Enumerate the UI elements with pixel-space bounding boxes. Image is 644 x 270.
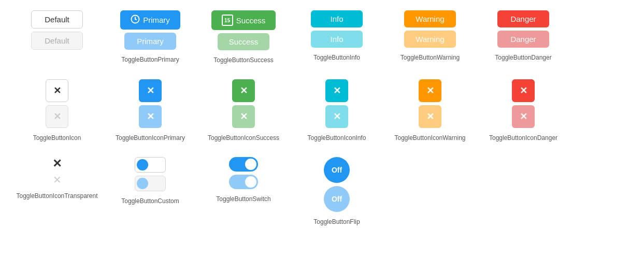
icon-danger-label: ToggleButtonIconDanger: [489, 134, 557, 141]
item-flip: Off Off ToggleButtonFlip: [290, 157, 383, 225]
icon-info-label: ToggleButtonIconInfo: [308, 134, 366, 141]
icon-warning-label: ToggleButtonIconWarning: [395, 134, 466, 141]
item-icon-danger: ✕ ✕ ToggleButtonIconDanger: [477, 79, 570, 141]
transparent-button-disabled: ✕: [53, 174, 62, 186]
info-button-disabled: Info: [311, 31, 363, 48]
x-icon: ✕: [520, 85, 527, 96]
custom-toggle-active[interactable]: [135, 157, 166, 173]
x-icon: ✕: [147, 85, 154, 96]
success-button-label: Success: [236, 16, 266, 25]
x-icon-disabled: ✕: [333, 111, 341, 122]
btn-group-warning: Warning Warning: [404, 10, 456, 48]
btn-group-flip: Off Off: [324, 157, 350, 212]
icon-info-button-disabled: ✕: [325, 105, 348, 128]
transparent-button-active[interactable]: ✕: [52, 157, 62, 170]
item-warning: Warning Warning ToggleButtonWarning: [383, 10, 477, 61]
item-success: 15 Success Success ToggleButtonSuccess: [197, 10, 290, 64]
x-icon: ✕: [333, 85, 341, 96]
btn-group-icon-warning: ✕ ✕: [419, 79, 441, 128]
item-primary: Primary Primary ToggleButtonPrimary: [104, 10, 197, 63]
btn-group-icon-success: ✕ ✕: [232, 79, 255, 128]
x-icon: ✕: [240, 85, 248, 96]
warning-button-disabled: Warning: [404, 31, 456, 48]
primary-button-disabled: Primary: [124, 33, 176, 50]
x-icon-disabled: ✕: [240, 111, 248, 122]
btn-group-info: Info Info: [311, 10, 363, 48]
icon-default-button-disabled: ✕: [46, 105, 68, 128]
btn-group-primary: Primary Primary: [120, 10, 180, 50]
default-button-active[interactable]: Default: [31, 10, 83, 29]
btn-group-danger: Danger Danger: [497, 10, 549, 48]
flip-label: ToggleButtonFlip: [313, 218, 360, 225]
warning-label: ToggleButtonWarning: [400, 54, 460, 61]
x-icon-disabled: ✕: [53, 111, 61, 122]
icon-danger-button-active[interactable]: ✕: [512, 79, 535, 102]
x-icon-disabled: ✕: [53, 174, 62, 186]
item-icon-warning: ✕ ✕ ToggleButtonIconWarning: [383, 79, 477, 141]
custom-toggle-knob-disabled: [137, 178, 148, 189]
info-label: ToggleButtonInfo: [313, 54, 360, 61]
item-info: Info Info ToggleButtonInfo: [290, 10, 383, 61]
custom-label: ToggleButtonCustom: [121, 197, 179, 205]
item-default: Default Default: [10, 10, 104, 50]
x-icon-disabled: ✕: [147, 111, 154, 122]
icon-primary-button-active[interactable]: ✕: [139, 79, 162, 102]
danger-button-active[interactable]: Danger: [497, 10, 549, 27]
success-label: ToggleButtonSuccess: [213, 56, 273, 64]
icon-success-button-active[interactable]: ✕: [232, 79, 255, 102]
primary-button-active[interactable]: Primary: [120, 10, 180, 30]
icon-primary-label: ToggleButtonIconPrimary: [116, 134, 185, 141]
item-switch: ToggleButtonSwitch: [197, 157, 290, 203]
btn-group-icon-info: ✕ ✕: [325, 79, 348, 128]
x-icon-disabled: ✕: [426, 111, 434, 122]
transparent-label: ToggleButtonIconTransparent: [17, 192, 98, 200]
clock-icon: [131, 15, 140, 25]
icon-success-label: ToggleButtonIconSuccess: [208, 134, 279, 141]
icon-danger-button-disabled: ✕: [512, 105, 535, 128]
item-custom: ToggleButtonCustom: [104, 157, 197, 205]
x-icon: ✕: [52, 157, 62, 170]
icon-warning-button-disabled: ✕: [419, 105, 441, 128]
icon-warning-button-active[interactable]: ✕: [419, 79, 441, 102]
item-icon-primary: ✕ ✕ ToggleButtonIconPrimary: [104, 79, 197, 141]
info-button-active[interactable]: Info: [311, 10, 363, 27]
btn-group-custom: [135, 157, 166, 191]
btn-group-switch: [229, 157, 258, 189]
custom-toggle-disabled: [135, 176, 166, 191]
item-danger: Danger Danger ToggleButtonDanger: [477, 10, 570, 61]
primary-button-label: Primary: [143, 16, 170, 24]
default-button-disabled: Default: [31, 32, 83, 50]
warning-button-active[interactable]: Warning: [404, 10, 456, 27]
item-icon-default: ✕ ✕ ToggleButtonIcon: [10, 79, 104, 141]
btn-group-icon-danger: ✕ ✕: [512, 79, 535, 128]
switch-toggle-active[interactable]: [229, 157, 258, 172]
switch-knob-disabled: [245, 176, 256, 188]
danger-button-disabled: Danger: [497, 31, 549, 48]
btn-group-transparent: ✕ ✕: [52, 157, 62, 186]
btn-group-icon-primary: ✕ ✕: [139, 79, 162, 128]
btn-group-success: 15 Success Success: [211, 10, 276, 50]
switch-label: ToggleButtonSwitch: [216, 195, 270, 203]
success-button-active[interactable]: 15 Success: [211, 10, 276, 30]
custom-toggle-knob: [137, 159, 148, 170]
item-transparent: ✕ ✕ ToggleButtonIconTransparent: [10, 157, 104, 200]
x-icon: ✕: [53, 85, 61, 96]
btn-group-default: Default Default: [31, 10, 83, 50]
icon-primary-button-disabled: ✕: [139, 105, 162, 128]
danger-label: ToggleButtonDanger: [495, 54, 551, 61]
icon-default-button-active[interactable]: ✕: [46, 79, 68, 102]
switch-knob: [245, 159, 256, 170]
item-icon-success: ✕ ✕ ToggleButtonIconSuccess: [197, 79, 290, 141]
x-icon: ✕: [426, 85, 434, 96]
flip-toggle-disabled: Off: [324, 186, 350, 212]
switch-toggle-disabled: [229, 175, 258, 189]
icon-info-button-active[interactable]: ✕: [325, 79, 348, 102]
flip-toggle-active[interactable]: Off: [324, 157, 350, 183]
success-button-disabled: Success: [218, 33, 269, 50]
icon-success-button-disabled: ✕: [232, 105, 255, 128]
item-icon-info: ✕ ✕ ToggleButtonIconInfo: [290, 79, 383, 141]
icon-default-label: ToggleButtonIcon: [33, 134, 81, 141]
calendar-icon: 15: [222, 15, 233, 26]
x-icon-disabled: ✕: [520, 111, 527, 122]
primary-label: ToggleButtonPrimary: [121, 56, 179, 63]
